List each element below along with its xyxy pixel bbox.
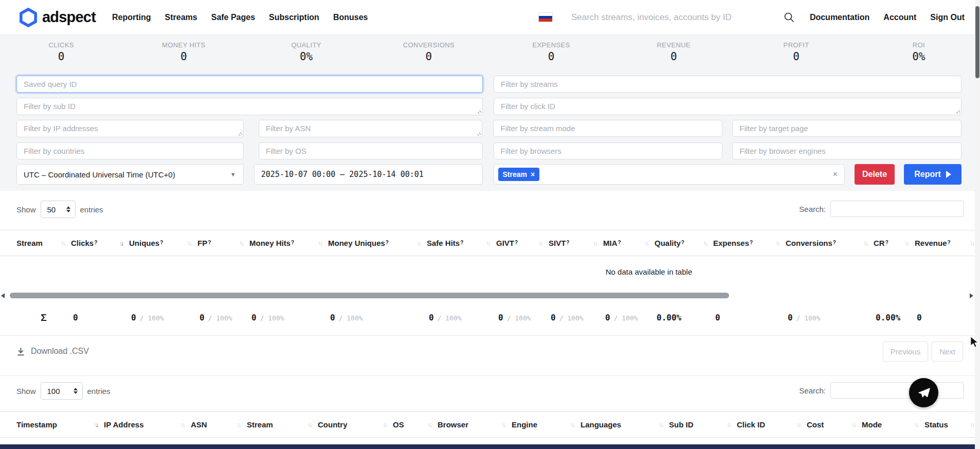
column-header-clicks[interactable]: Clicks?↑↓ <box>71 239 129 247</box>
sort-icon[interactable]: ↑↓ <box>304 421 311 428</box>
table1-page-size-select[interactable]: 50 <box>41 201 76 218</box>
nav-item-bonuses[interactable]: Bonuses <box>333 13 368 22</box>
column-header-mode[interactable]: Mode↑↓ <box>862 420 924 429</box>
report-button[interactable]: Report <box>904 164 961 185</box>
table2-search-input[interactable] <box>830 382 964 399</box>
sort-icon[interactable]: ↑↓ <box>535 239 542 247</box>
sort-icon[interactable]: ↑↓ <box>723 421 730 428</box>
topnav-link-documentation[interactable]: Documentation <box>810 13 869 22</box>
table1-search-input[interactable] <box>830 201 964 217</box>
column-header-country[interactable]: Country↑↓ <box>318 420 393 429</box>
column-header-sub-id[interactable]: Sub ID↑↓ <box>669 420 737 429</box>
search-icon[interactable] <box>783 11 795 24</box>
sort-icon[interactable]: ↑↓ <box>483 239 489 247</box>
date-range-input[interactable]: 2025-10-07 00:00 – 2025-10-14 00:01 <box>254 164 483 185</box>
sort-icon[interactable]: ↑↓ <box>848 421 855 428</box>
sort-icon[interactable]: ↑↓ <box>90 421 97 428</box>
nav-item-safe-pages[interactable]: Safe Pages <box>211 13 255 22</box>
sort-icon[interactable]: ↑↓ <box>911 421 918 428</box>
sort-icon[interactable]: ↑↓ <box>641 239 648 247</box>
clear-select-icon[interactable]: × <box>832 169 838 179</box>
column-header-browser[interactable]: Browser↑↓ <box>438 420 512 429</box>
topnav-link-sign-out[interactable]: Sign Out <box>930 13 965 22</box>
group-tag-stream[interactable]: Stream × <box>498 168 540 181</box>
group-by-multiselect[interactable]: Stream × × <box>494 164 845 185</box>
sort-icon[interactable]: ↑↓ <box>498 421 505 428</box>
column-header-money-uniques[interactable]: Money Uniques?↑↓ <box>328 239 427 247</box>
previous-page-button[interactable]: Previous <box>883 342 928 362</box>
nav-item-reporting[interactable]: Reporting <box>112 13 151 22</box>
filter-countries-input[interactable] <box>16 142 244 159</box>
filter-ip-textarea[interactable] <box>16 120 244 137</box>
vertical-scrollbar[interactable] <box>975 0 980 449</box>
column-header-safe-hits[interactable]: Safe Hits?↑↓ <box>427 239 496 247</box>
sort-icon[interactable]: ↑↓ <box>772 239 779 247</box>
scroll-right-arrow-icon[interactable] <box>970 293 973 298</box>
language-flag-russian[interactable] <box>538 12 553 22</box>
timezone-select[interactable]: UTC – Coordinated Universal Time (UTC+0)… <box>16 164 244 185</box>
column-header-fp[interactable]: FP?↑↓ <box>197 239 249 247</box>
filter-streams-input[interactable] <box>494 76 961 93</box>
column-header-asn[interactable]: ASN↑↓ <box>191 420 247 429</box>
filter-browsers-input[interactable] <box>494 142 723 159</box>
sort-icon[interactable]: ↑↓ <box>424 421 431 428</box>
column-header-click-id[interactable]: Click ID↑↓ <box>737 420 807 429</box>
telegram-button[interactable] <box>909 378 938 407</box>
column-header-revenue[interactable]: Revenue?↑↓ <box>915 239 980 247</box>
sort-icon[interactable]: ↑↓ <box>184 239 191 247</box>
filter-click-id-textarea[interactable] <box>494 98 961 115</box>
column-header-os[interactable]: OS↑↓ <box>393 420 438 429</box>
column-header-conversions[interactable]: Conversions?↑↓ <box>786 239 874 247</box>
sort-icon[interactable]: ↑↓ <box>656 421 662 428</box>
column-header-timestamp[interactable]: Timestamp↑↓ <box>16 420 104 429</box>
sort-icon[interactable]: ↑↓ <box>379 421 386 428</box>
table2-page-size-select[interactable]: 100 <box>41 382 83 400</box>
scroll-left-arrow-icon[interactable] <box>1 293 5 298</box>
horizontal-scrollbar-thumb[interactable] <box>10 293 729 298</box>
vertical-scrollbar-thumb[interactable] <box>975 6 979 78</box>
column-header-quality[interactable]: Quality?↑↓ <box>655 239 713 247</box>
sort-icon[interactable]: ↑↓ <box>233 421 240 428</box>
filter-asn-textarea[interactable] <box>259 120 483 137</box>
table2-row-partial[interactable] <box>0 444 980 449</box>
column-header-expenses[interactable]: Expenses?↑↓ <box>713 239 786 247</box>
column-header-languages[interactable]: Languages↑↓ <box>580 420 669 429</box>
sort-icon[interactable]: ↑↓ <box>567 421 574 428</box>
sort-icon[interactable]: ↑↓ <box>58 239 64 247</box>
column-header-sivt[interactable]: SIVT?↑↓ <box>549 239 603 247</box>
nav-item-streams[interactable]: Streams <box>165 13 197 22</box>
column-header-stream[interactable]: Stream↑↓ <box>16 239 71 247</box>
column-header-cr[interactable]: CR?↑↓ <box>874 239 915 247</box>
adspect-logo[interactable]: adspect <box>20 8 96 27</box>
sort-icon[interactable]: ↑↓ <box>116 239 122 247</box>
nav-item-subscription[interactable]: Subscription <box>269 13 319 22</box>
delete-button[interactable]: Delete <box>855 164 895 185</box>
sort-icon[interactable]: ↑↓ <box>860 239 867 247</box>
sort-icon[interactable]: ↑↓ <box>590 239 596 247</box>
filter-sub-id-textarea[interactable] <box>16 98 483 115</box>
sort-icon[interactable]: ↑↓ <box>700 239 706 247</box>
column-header-mia[interactable]: MIA?↑↓ <box>603 239 655 247</box>
column-header-money-hits[interactable]: Money Hits?↑↓ <box>249 239 328 247</box>
column-header-engine[interactable]: Engine↑↓ <box>512 420 580 429</box>
download-csv-button[interactable]: Download .CSV <box>16 347 89 356</box>
filter-os-input[interactable] <box>259 142 483 159</box>
sort-icon[interactable]: ↑↓ <box>315 239 321 247</box>
column-header-cost[interactable]: Cost↑↓ <box>807 420 862 429</box>
horizontal-scrollbar[interactable] <box>0 291 980 300</box>
column-header-givt[interactable]: GIVT?↑↓ <box>496 239 549 247</box>
filter-target-page-input[interactable] <box>732 120 961 137</box>
sort-icon[interactable]: ↑↓ <box>177 421 184 428</box>
filter-browser-engines-input[interactable] <box>732 142 961 159</box>
column-header-ip-address[interactable]: IP Address↑↓ <box>104 420 191 429</box>
saved-query-input[interactable] <box>16 76 483 93</box>
filter-stream-mode-input[interactable] <box>493 120 722 137</box>
sort-icon[interactable]: ↑↓ <box>901 239 908 247</box>
sort-icon[interactable]: ↑↓ <box>413 239 420 247</box>
next-page-button[interactable]: Next <box>932 342 963 362</box>
sort-icon[interactable]: ↑↓ <box>793 421 800 428</box>
column-header-status[interactable]: Status↑↓ <box>924 420 980 429</box>
topnav-link-account[interactable]: Account <box>883 13 916 22</box>
column-header-stream[interactable]: Stream↑↓ <box>247 420 318 429</box>
remove-tag-icon[interactable]: × <box>531 171 535 178</box>
